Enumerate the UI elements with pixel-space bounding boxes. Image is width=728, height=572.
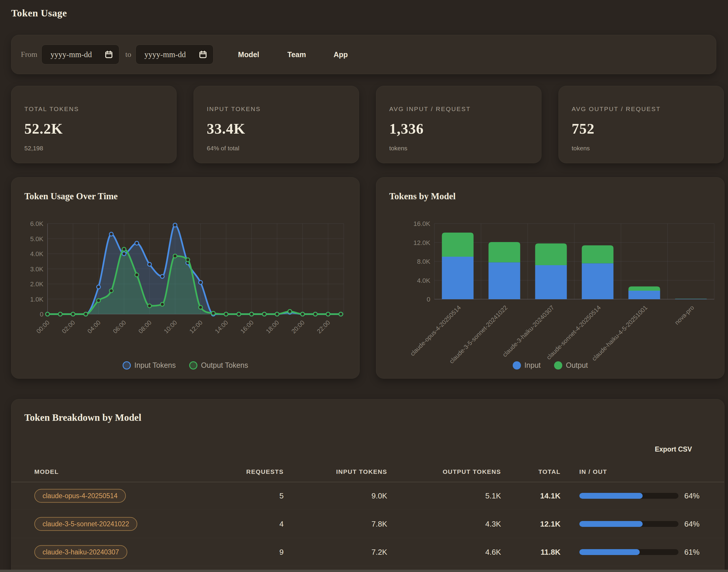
svg-text:22:00: 22:00 [316, 319, 331, 335]
svg-text:5.0K: 5.0K [30, 235, 44, 242]
stat-label: AVG INPUT / REQUEST [389, 105, 528, 113]
model-badge: claude-opus-4-20250514 [34, 489, 126, 503]
bar-output-segment [489, 242, 520, 262]
input-tokens-swatch-icon [123, 361, 131, 369]
legend-item-output-tokens[interactable]: Output Tokens [189, 361, 248, 369]
legend-item-input[interactable]: Input [513, 361, 541, 369]
bar-output-segment [442, 233, 474, 257]
bar-output-segment [582, 245, 614, 263]
model-badge: claude-3-haiku-20240307 [34, 545, 127, 559]
stat-sub: tokens [389, 145, 528, 152]
bar-input-segment [489, 262, 520, 299]
bar-output-segment [628, 286, 660, 291]
output-tokens-swatch-icon [189, 361, 197, 369]
svg-text:6.0K: 6.0K [30, 220, 44, 227]
svg-text:12.0K: 12.0K [414, 239, 431, 246]
calendar-icon[interactable] [105, 50, 113, 59]
table-header: MODEL REQUESTS INPUT TOKENS OUTPUT TOKEN… [11, 466, 724, 482]
stat-card-input-tokens: INPUT TOKENS 33.4K 64% of total [194, 86, 359, 163]
table-row: claude-3-5-sonnet-2024102247.8K4.3K12.1K… [11, 510, 724, 538]
filter-bar: From yyyy-mm-dd to yyyy-mm-dd Model Team… [11, 35, 716, 74]
legend-label: Output [566, 361, 588, 369]
token-breakdown-panel: Token Breakdown by Model Export CSV MODE… [11, 399, 724, 572]
svg-text:claude-3-haiku-20240307: claude-3-haiku-20240307 [501, 304, 555, 358]
svg-text:14:00: 14:00 [214, 319, 229, 335]
svg-text:1.0K: 1.0K [30, 296, 44, 303]
svg-text:04:00: 04:00 [86, 319, 102, 335]
svg-text:00:00: 00:00 [35, 319, 51, 335]
in-out-percent: 64% [673, 491, 700, 500]
bar-input-segment [535, 265, 567, 299]
svg-text:16:00: 16:00 [239, 319, 255, 335]
svg-text:claude-haiku-4-5-20251001: claude-haiku-4-5-20251001 [591, 304, 649, 362]
svg-text:0: 0 [427, 296, 430, 303]
to-label: to [125, 50, 131, 59]
column-header-model: MODEL [34, 468, 59, 475]
in-out-bar [579, 493, 678, 499]
calendar-icon[interactable] [198, 50, 207, 59]
input-tokens-cell: 9.0K [314, 491, 387, 500]
svg-text:3.0K: 3.0K [30, 266, 44, 273]
svg-text:18:00: 18:00 [264, 319, 280, 335]
model-badge: claude-3-5-sonnet-20241022 [34, 517, 137, 531]
total-cell: 12.1K [502, 519, 560, 528]
svg-text:08:00: 08:00 [137, 319, 153, 335]
svg-text:20:00: 20:00 [290, 319, 306, 335]
stat-label: INPUT TOKENS [207, 105, 346, 113]
stat-card-total-tokens: TOTAL TOKENS 52.2K 52,198 [11, 86, 177, 163]
column-header-output-tokens: OUTPUT TOKENS [428, 468, 501, 475]
token-usage-over-time-panel: Token Usage Over Time 01.0K2.0K3.0K4.0K5… [11, 177, 360, 378]
svg-text:2.0K: 2.0K [30, 280, 44, 288]
bar-input-segment [442, 257, 474, 299]
column-header-input-tokens: INPUT TOKENS [314, 468, 387, 475]
output-tokens-cell: 4.6K [428, 547, 501, 557]
bar-input-segment [628, 291, 660, 299]
stat-value: 752 [572, 120, 711, 137]
svg-text:10:00: 10:00 [163, 319, 178, 335]
team-filter-button[interactable]: Team [288, 50, 306, 59]
app-filter-button[interactable]: App [333, 50, 348, 59]
requests-cell: 9 [210, 547, 284, 557]
stat-card-avg-input: AVG INPUT / REQUEST 1,336 tokens [376, 86, 541, 163]
svg-text:nova-pro: nova-pro [673, 304, 695, 326]
date-to-input[interactable]: yyyy-mm-dd [135, 45, 214, 64]
legend-item-output[interactable]: Output [554, 361, 588, 369]
svg-text:claude-sonnet-4-20250514: claude-sonnet-4-20250514 [545, 304, 602, 361]
in-out-percent: 61% [673, 547, 700, 557]
page-title: Token Usage [11, 8, 67, 19]
svg-text:8.0K: 8.0K [417, 258, 431, 265]
table-rows: claude-opus-4-2025051459.0K5.1K14.1K64%c… [11, 482, 724, 566]
bar-input-segment [582, 263, 614, 299]
stat-sub: 64% of total [207, 145, 346, 152]
tokens-by-model-panel: Tokens by Model 04.0K8.0K12.0K16.0Kclaud… [376, 177, 724, 378]
legend-label: Input [525, 361, 541, 369]
in-out-bar [579, 549, 678, 555]
in-out-bar [579, 521, 678, 527]
svg-text:4.0K: 4.0K [30, 250, 44, 258]
bar-chart-legend: Input Output [376, 361, 724, 369]
stat-value: 52.2K [24, 120, 163, 137]
export-csv-button[interactable]: Export CSV [653, 445, 694, 453]
legend-label: Input Tokens [134, 361, 176, 369]
svg-text:4.0K: 4.0K [417, 277, 431, 284]
svg-text:claude-opus-4-20250514: claude-opus-4-20250514 [409, 304, 462, 357]
table-title: Token Breakdown by Model [24, 412, 141, 423]
model-filter-button[interactable]: Model [238, 50, 259, 59]
stat-sub: 52,198 [24, 145, 163, 152]
output-tokens-cell: 5.1K [428, 491, 501, 500]
requests-cell: 5 [210, 491, 284, 500]
stat-card-avg-output: AVG OUTPUT / REQUEST 752 tokens [558, 86, 724, 163]
input-tokens-cell: 7.2K [314, 547, 387, 557]
date-from-placeholder: yyyy-mm-dd [51, 50, 92, 59]
svg-text:02:00: 02:00 [60, 319, 76, 335]
legend-label: Output Tokens [201, 361, 248, 369]
date-from-input[interactable]: yyyy-mm-dd [41, 45, 119, 64]
total-cell: 11.8K [502, 547, 560, 557]
requests-cell: 4 [210, 519, 284, 528]
line-chart-legend: Input Tokens Output Tokens [11, 361, 359, 369]
date-to-placeholder: yyyy-mm-dd [144, 50, 186, 59]
line-chart: 01.0K2.0K3.0K4.0K5.0K6.0K00:0002:0004:00… [11, 177, 359, 378]
stat-sub: tokens [572, 145, 711, 152]
input-swatch-icon [513, 361, 521, 369]
legend-item-input-tokens[interactable]: Input Tokens [123, 361, 176, 369]
